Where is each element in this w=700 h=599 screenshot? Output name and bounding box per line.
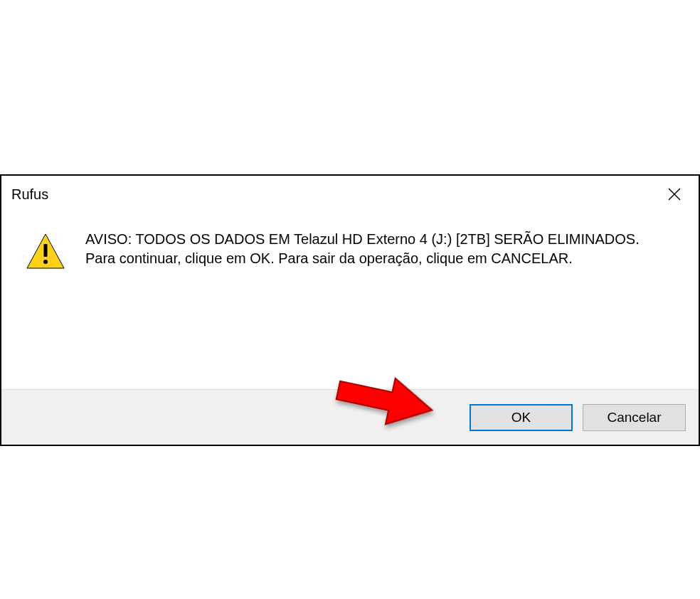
window-title: Rufus xyxy=(11,186,48,203)
arrow-annotation-icon xyxy=(330,368,437,432)
close-icon xyxy=(668,188,681,201)
dialog-message: AVISO: TODOS OS DADOS EM Telazul HD Exte… xyxy=(85,230,654,270)
dialog-content: AVISO: TODOS OS DADOS EM Telazul HD Exte… xyxy=(1,213,699,291)
ok-button[interactable]: OK xyxy=(470,404,573,431)
close-button[interactable] xyxy=(659,180,690,208)
warning-icon xyxy=(26,233,65,270)
button-bar: OK Cancelar xyxy=(1,389,699,445)
cancel-button[interactable]: Cancelar xyxy=(583,404,686,431)
titlebar: Rufus xyxy=(1,176,699,213)
svg-rect-3 xyxy=(44,244,48,257)
svg-point-4 xyxy=(43,260,48,264)
dialog-window: Rufus AVISO: TODOS OS DADOS EM Telazul H… xyxy=(0,174,700,446)
